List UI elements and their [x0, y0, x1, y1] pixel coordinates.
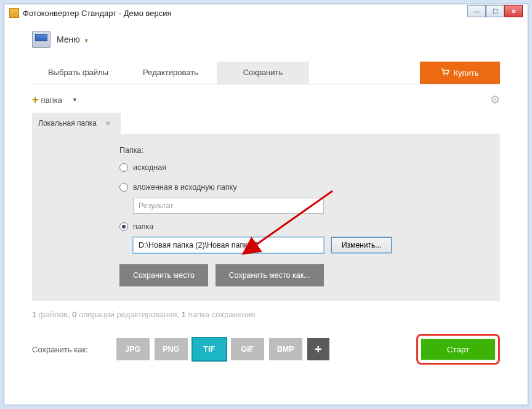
save-location-as-button[interactable]: Сохранить место как...	[216, 264, 324, 286]
start-highlight: Старт	[416, 334, 500, 365]
gear-icon[interactable]: ⚙	[490, 93, 500, 107]
start-button[interactable]: Старт	[421, 339, 495, 360]
save-as-label: Сохранить как:	[32, 345, 88, 354]
add-folder-button[interactable]: + папка ▼	[32, 94, 78, 107]
change-button[interactable]: Изменить...	[331, 237, 392, 253]
folder-heading: Папка:	[119, 146, 483, 155]
close-icon[interactable]: ✕	[105, 119, 111, 128]
radio-nested[interactable]: вложенная в исходную папку	[119, 183, 483, 192]
radio-source-input[interactable]	[119, 163, 128, 172]
radio-nested-input[interactable]	[119, 183, 128, 192]
status-text: 1 файлов, 0 операций редактирования, 1 п…	[32, 310, 500, 319]
tab-select-files[interactable]: Выбрать файлы	[32, 62, 124, 84]
caret-down-icon: ▼	[72, 97, 78, 103]
format-gif[interactable]: GIF	[231, 338, 264, 360]
caret-down-icon: ▼	[84, 38, 89, 44]
radio-source[interactable]: исходная	[119, 163, 483, 172]
svg-point-1	[447, 74, 448, 75]
cart-icon	[441, 68, 449, 78]
format-add-button[interactable]: +	[307, 338, 329, 360]
window-title: Фотоконвертер Стандарт - Демо версия	[23, 9, 172, 18]
format-jpg[interactable]: JPG	[116, 338, 150, 360]
app-menu-icon	[32, 31, 50, 48]
format-png[interactable]: PNG	[155, 338, 188, 360]
format-bmp[interactable]: BMP	[269, 338, 302, 360]
plus-icon: +	[32, 94, 39, 107]
tab-edit[interactable]: Редактировать	[124, 62, 217, 84]
app-menu-button[interactable]: Меню ▼	[57, 34, 89, 44]
app-icon	[9, 8, 19, 18]
format-tif[interactable]: TIF	[193, 338, 226, 360]
save-panel: Папка: исходная вложенная в исходную пап…	[32, 134, 500, 301]
sub-tab-local-folder[interactable]: Локальная папка ✕	[32, 113, 121, 134]
svg-point-0	[444, 74, 445, 75]
save-location-button[interactable]: Сохранить место	[119, 264, 208, 286]
maximize-button[interactable]: ☐	[486, 5, 504, 17]
radio-folder[interactable]: папка	[119, 222, 483, 231]
window-controls: — ☐ ✕	[467, 5, 523, 17]
radio-folder-input[interactable]	[119, 222, 128, 231]
close-button[interactable]: ✕	[504, 5, 523, 17]
tab-save[interactable]: Сохранить	[217, 62, 309, 84]
path-input[interactable]	[133, 237, 324, 253]
minimize-button[interactable]: —	[467, 5, 486, 17]
buy-button[interactable]: Купить	[420, 62, 500, 84]
nested-folder-input[interactable]	[133, 198, 324, 214]
